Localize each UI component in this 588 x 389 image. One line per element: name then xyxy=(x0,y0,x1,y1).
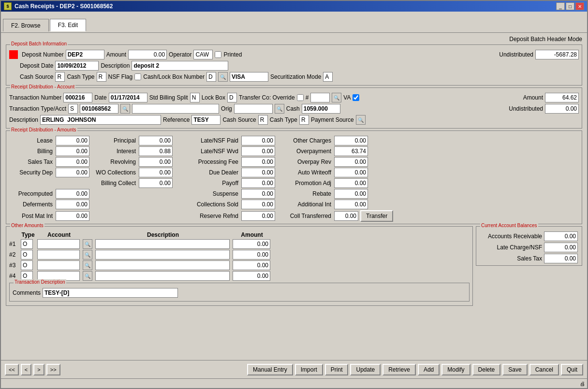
due-dealer-field[interactable] xyxy=(241,168,275,177)
row3-account[interactable] xyxy=(37,260,80,270)
close-button[interactable]: ✕ xyxy=(575,2,584,10)
account-lookup[interactable]: 🔍 xyxy=(120,104,130,114)
hash-lookup[interactable]: 🔍 xyxy=(332,93,341,102)
comments-field[interactable] xyxy=(43,288,178,298)
lock-box-field[interactable] xyxy=(227,93,237,102)
row1-account[interactable] xyxy=(37,239,80,249)
transaction-number-field[interactable] xyxy=(63,93,92,102)
hash-field[interactable] xyxy=(310,93,330,102)
reserve-refnd-field[interactable] xyxy=(241,211,275,221)
lease-field[interactable] xyxy=(56,136,89,145)
undistributed-field-ra[interactable] xyxy=(545,104,579,114)
std-billing-split-field[interactable] xyxy=(190,93,200,102)
nsf-flag-checkbox[interactable] xyxy=(134,73,141,80)
row3-lookup[interactable]: 🔍 xyxy=(83,260,92,270)
nav-last-button[interactable]: >> xyxy=(46,364,60,375)
billing-field[interactable] xyxy=(56,146,89,156)
transfer-co-checkbox[interactable] xyxy=(297,94,304,101)
row2-account[interactable] xyxy=(37,250,80,259)
wo-collections-field[interactable] xyxy=(139,168,173,177)
cash-type-field-db[interactable] xyxy=(97,72,106,82)
precomputed-field[interactable] xyxy=(56,189,89,199)
coll-transferred-field[interactable] xyxy=(334,211,358,221)
transaction-type-field[interactable] xyxy=(68,104,78,114)
row1-amount[interactable] xyxy=(233,239,270,249)
account-field[interactable] xyxy=(80,104,118,114)
late-nsf-paid-field[interactable] xyxy=(241,136,275,145)
row3-type[interactable] xyxy=(21,260,33,270)
orig-lookup[interactable]: 🔍 xyxy=(275,104,284,114)
quit-button[interactable]: Quit xyxy=(561,364,583,375)
payment-source-lookup[interactable]: 🔍 xyxy=(356,115,366,125)
visa-field[interactable] xyxy=(230,72,268,82)
deposit-number-field[interactable] xyxy=(66,50,104,59)
interest-field[interactable] xyxy=(139,146,173,156)
row2-type[interactable] xyxy=(21,250,33,259)
payoff-field[interactable] xyxy=(241,178,275,188)
principal-field[interactable] xyxy=(139,136,173,145)
nav-next-button[interactable]: > xyxy=(33,364,44,375)
undistributed-field[interactable] xyxy=(535,50,579,59)
cash-source-field-db[interactable] xyxy=(55,72,65,82)
row1-description[interactable] xyxy=(95,239,230,249)
overpayment-field[interactable] xyxy=(334,146,368,156)
amount-field-ra[interactable] xyxy=(545,93,579,102)
amount-field[interactable] xyxy=(128,50,167,59)
account-ext-field[interactable] xyxy=(132,104,219,114)
transfer-button[interactable]: Transfer xyxy=(360,210,393,222)
nav-first-button[interactable]: << xyxy=(5,364,19,375)
add-button[interactable]: Add xyxy=(418,364,440,375)
cash-lockbox-lookup[interactable]: 🔍 xyxy=(218,72,228,82)
date-field-ra[interactable] xyxy=(109,93,147,102)
row4-lookup[interactable]: 🔍 xyxy=(83,271,92,281)
row4-description[interactable] xyxy=(95,271,230,281)
reference-field[interactable] xyxy=(191,115,220,125)
va-checkbox[interactable] xyxy=(353,94,359,101)
sales-tax-field-cb[interactable] xyxy=(544,254,578,263)
late-nsf-wvd-field[interactable] xyxy=(241,146,275,156)
auto-writeoff-field[interactable] xyxy=(334,168,368,177)
revolving-field[interactable] xyxy=(139,157,173,167)
save-button[interactable]: Save xyxy=(502,364,527,375)
row4-amount[interactable] xyxy=(233,271,270,281)
sales-tax-field-ra[interactable] xyxy=(56,157,89,167)
nav-prev-button[interactable]: < xyxy=(21,364,31,375)
tab-f3-edit[interactable]: F3. Edit xyxy=(50,19,86,31)
description-field[interactable] xyxy=(132,61,228,71)
description-field-ra[interactable] xyxy=(40,115,161,125)
deposit-date-field[interactable] xyxy=(55,61,99,71)
row2-lookup[interactable]: 🔍 xyxy=(83,250,92,259)
other-charges-field[interactable] xyxy=(334,136,368,145)
orig-field[interactable] xyxy=(234,104,273,114)
minimize-button[interactable]: _ xyxy=(556,2,565,10)
row3-amount[interactable] xyxy=(233,260,270,270)
rebate-field[interactable] xyxy=(334,189,368,199)
billing-collect-field[interactable] xyxy=(139,178,173,188)
cancel-button[interactable]: Cancel xyxy=(529,364,559,375)
retrieve-button[interactable]: Retrieve xyxy=(382,364,416,375)
additional-int-field[interactable] xyxy=(334,200,368,209)
row2-amount[interactable] xyxy=(233,250,270,259)
overpay-rev-field[interactable] xyxy=(334,157,368,167)
deferments-field[interactable] xyxy=(56,200,89,209)
printed-checkbox[interactable] xyxy=(215,51,221,58)
cash-lockbox-field[interactable] xyxy=(206,72,216,82)
row1-lookup[interactable]: 🔍 xyxy=(83,239,92,249)
post-mat-int-field[interactable] xyxy=(56,211,89,221)
securitization-field[interactable] xyxy=(323,72,333,82)
collections-sold-field[interactable] xyxy=(241,200,275,209)
operator-field[interactable] xyxy=(193,50,213,59)
cash-type-field-ra[interactable] xyxy=(299,115,309,125)
processing-fee-field[interactable] xyxy=(241,157,275,167)
suspense-field[interactable] xyxy=(241,189,275,199)
print-button[interactable]: Print xyxy=(325,364,349,375)
row2-description[interactable] xyxy=(95,250,230,259)
cash-field-ra[interactable] xyxy=(302,104,340,114)
tab-f2-browse[interactable]: F2. Browse xyxy=(3,19,49,31)
row1-type[interactable] xyxy=(21,239,33,249)
modify-button[interactable]: Modify xyxy=(441,364,470,375)
accounts-receivable-field[interactable] xyxy=(544,231,578,241)
promotion-adj-field[interactable] xyxy=(334,178,368,188)
row3-description[interactable] xyxy=(95,260,230,270)
update-button[interactable]: Update xyxy=(350,364,381,375)
